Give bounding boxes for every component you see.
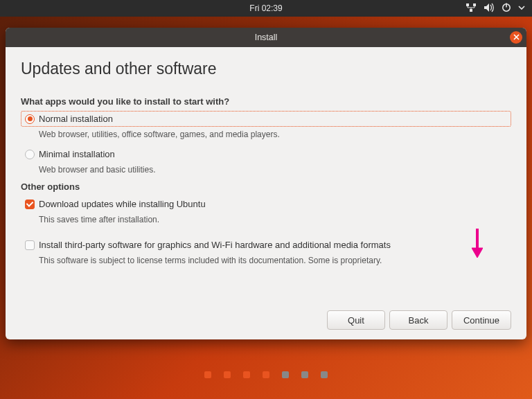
option-normal-desc: Web browser, utilities, office software,…: [39, 130, 511, 139]
installer-window: Install Updates and other software What …: [6, 28, 526, 339]
progress-dot: [224, 371, 231, 378]
progress-dot: [204, 371, 211, 378]
option-normal-install[interactable]: Normal installation: [21, 111, 511, 127]
option-third-party[interactable]: Install third-party software for graphic…: [21, 237, 511, 253]
chevron-down-icon[interactable]: [518, 3, 525, 15]
option-normal-label: Normal installation: [39, 114, 113, 124]
option-thirdparty-desc: This software is subject to license term…: [39, 256, 511, 265]
option-download-updates[interactable]: Download updates while installing Ubuntu: [21, 196, 511, 212]
apps-question: What apps would you like to install to s…: [21, 96, 511, 107]
option-minimal-desc: Web browser and basic utilities.: [39, 165, 511, 175]
installer-content: Updates and other software What apps wou…: [6, 47, 526, 339]
option-updates-label: Download updates while installing Ubuntu: [39, 199, 206, 209]
close-icon: [513, 33, 520, 42]
back-button[interactable]: Back: [389, 310, 447, 330]
svg-rect-2: [470, 9, 472, 12]
option-thirdparty-label: Install third-party software for graphic…: [39, 240, 391, 250]
quit-button[interactable]: Quit: [327, 310, 385, 330]
radio-normal[interactable]: [25, 114, 35, 124]
progress-dot: [263, 371, 269, 378]
clock: Fri 02:39: [249, 3, 282, 13]
window-title: Install: [255, 33, 278, 42]
close-button[interactable]: [510, 31, 522, 44]
volume-icon[interactable]: [484, 3, 495, 15]
radio-minimal[interactable]: [25, 150, 35, 159]
continue-button[interactable]: Continue: [452, 310, 511, 330]
system-menubar: Fri 02:39: [0, 0, 532, 17]
option-minimal-install[interactable]: Minimal installation: [21, 146, 511, 162]
network-icon[interactable]: [466, 3, 477, 15]
system-tray: [466, 0, 525, 17]
option-minimal-label: Minimal installation: [39, 149, 115, 159]
checkbox-updates[interactable]: [25, 200, 35, 209]
checkbox-thirdparty[interactable]: [25, 240, 35, 250]
svg-rect-4: [506, 3, 507, 7]
progress-dot: [301, 371, 308, 378]
progress-dot: [243, 371, 250, 378]
other-options-label: Other options: [21, 181, 511, 192]
option-updates-desc: This saves time after installation.: [39, 215, 511, 224]
page-heading: Updates and other software: [21, 60, 511, 78]
progress-dot: [282, 371, 289, 378]
svg-rect-0: [466, 3, 469, 6]
progress-dot: [321, 371, 328, 378]
progress-dots: [0, 371, 532, 378]
power-icon[interactable]: [502, 3, 511, 15]
svg-rect-1: [473, 3, 476, 6]
window-titlebar: Install: [6, 28, 526, 47]
wizard-buttons: Quit Back Continue: [327, 310, 511, 330]
